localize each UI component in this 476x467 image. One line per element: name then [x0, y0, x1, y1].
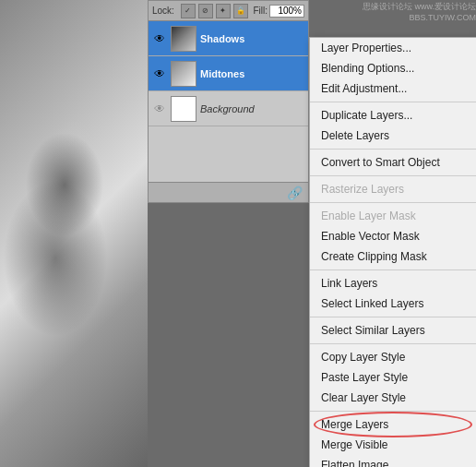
layers-toolbar: Lock: ✓ ⊘ ✦ 🔒 Fill:: [149, 1, 308, 21]
lock-transparent-icon[interactable]: ✓: [181, 4, 196, 18]
menu-enable-layer-mask[interactable]: Enable Layer Mask: [310, 206, 476, 226]
menu-paste-layer-style[interactable]: Paste Layer Style: [310, 367, 476, 388]
menu-layer-properties[interactable]: Layer Properties...: [310, 38, 476, 58]
menu-enable-vector-mask[interactable]: Enable Vector Mask: [310, 226, 476, 246]
eye-icon-background[interactable]: 👁: [152, 102, 167, 116]
eye-icon-shadows[interactable]: 👁: [152, 31, 167, 46]
layer-name-background: Background: [200, 103, 304, 114]
layer-thumb-shadows: [171, 26, 196, 52]
separator-2: [310, 149, 476, 150]
separator-7: [310, 343, 476, 344]
watermark-line2: BBS.TUYIW.COM: [310, 13, 476, 24]
lock-position-icon[interactable]: ✦: [216, 4, 231, 18]
context-menu: Layer Properties... Blending Options... …: [309, 37, 476, 467]
menu-select-linked-layers[interactable]: Select Linked Layers: [310, 293, 476, 314]
menu-link-layers[interactable]: Link Layers: [310, 273, 476, 293]
menu-clear-layer-style[interactable]: Clear Layer Style: [310, 388, 476, 408]
separator-3: [310, 175, 476, 176]
layer-shadows[interactable]: 👁 Shadows: [149, 21, 308, 56]
watermark: 思缘设计论坛 www.爱设计论坛 BBS.TUYIW.COM: [310, 2, 476, 23]
layer-midtones[interactable]: 👁 Midtones: [149, 56, 308, 91]
fill-label: Fill:: [253, 6, 268, 16]
menu-copy-layer-style[interactable]: Copy Layer Style: [310, 347, 476, 367]
lock-image-icon[interactable]: ⊘: [198, 4, 213, 18]
menu-rasterize-layers[interactable]: Rasterize Layers: [310, 179, 476, 199]
menu-edit-adjustment[interactable]: Edit Adjustment...: [310, 78, 476, 99]
fill-area: Fill:: [253, 5, 304, 18]
menu-flatten-image[interactable]: Flatten Image: [310, 455, 476, 467]
menu-blending-options[interactable]: Blending Options...: [310, 58, 476, 78]
separator-4: [310, 202, 476, 203]
separator-5: [310, 269, 476, 270]
menu-convert-smart-object[interactable]: Convert to Smart Object: [310, 152, 476, 173]
layer-background[interactable]: 👁 Background: [149, 91, 308, 126]
canvas-overlay: [0, 0, 148, 467]
menu-merge-visible[interactable]: Merge Visible: [310, 435, 476, 455]
separator-6: [310, 317, 476, 317]
lock-label: Lock:: [152, 6, 174, 16]
canvas-area: [0, 0, 148, 467]
menu-merge-layers[interactable]: Merge Layers: [310, 414, 476, 435]
layer-name-midtones: Midtones: [200, 68, 304, 79]
eye-icon-midtones[interactable]: 👁: [152, 66, 167, 81]
fill-input[interactable]: [269, 5, 304, 18]
layers-bottom-bar: 🔗: [149, 182, 308, 202]
separator-8: [310, 411, 476, 412]
watermark-line1: 思缘设计论坛 www.爱设计论坛: [310, 2, 476, 13]
canvas-image: [0, 0, 148, 467]
menu-select-similar-layers[interactable]: Select Similar Layers: [310, 320, 476, 341]
separator-1: [310, 102, 476, 102]
menu-delete-layers[interactable]: Delete Layers: [310, 126, 476, 146]
layer-thumb-background: [171, 96, 196, 122]
menu-create-clipping-mask[interactable]: Create Clipping Mask: [310, 246, 476, 267]
lock-all-icon[interactable]: 🔒: [233, 4, 248, 18]
layer-name-shadows: Shadows: [200, 33, 304, 44]
menu-duplicate-layers[interactable]: Duplicate Layers...: [310, 105, 476, 126]
link-icon: 🔗: [287, 186, 303, 200]
layer-thumb-midtones: [171, 61, 196, 87]
layers-panel: Lock: ✓ ⊘ ✦ 🔒 Fill: 👁 Shadows 👁 Midtones…: [148, 0, 309, 203]
